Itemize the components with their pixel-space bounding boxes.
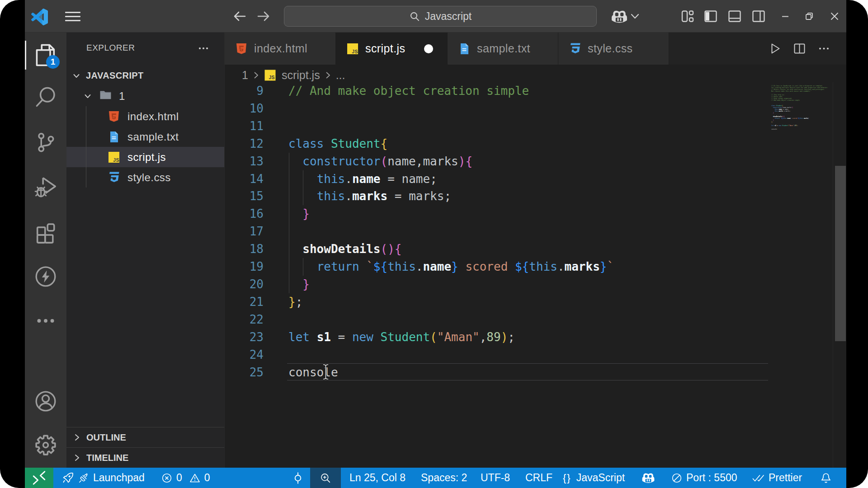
editor-actions [769, 33, 830, 65]
js-file-icon: JS [108, 151, 120, 164]
tree-indent-guide [86, 106, 86, 188]
run-button-icon[interactable] [769, 42, 782, 55]
tab-style.css[interactable]: style.css [558, 33, 669, 65]
encoding-item[interactable]: UTF-8 [481, 468, 510, 488]
more-actions-icon[interactable] [817, 42, 830, 55]
account-icon-item[interactable] [25, 388, 66, 415]
file-row-script.js[interactable]: JS script.js [66, 147, 224, 167]
editor-scrollbar[interactable] [835, 166, 846, 341]
html-file-icon [236, 42, 247, 55]
code-text[interactable]: // And make object creation simple class… [288, 82, 614, 381]
more-views-icon[interactable] [25, 307, 66, 334]
title-bar: Javascript [25, 0, 846, 33]
dirty-indicator[interactable] [424, 44, 433, 53]
settings-gear-item[interactable] [25, 432, 66, 459]
commit-icon [292, 472, 304, 484]
workspace-root-row[interactable]: JAVASCRIPT [66, 66, 224, 86]
html-file-icon [108, 110, 120, 123]
toggle-secondary-sidebar-icon[interactable] [752, 9, 765, 23]
file-row-style.css[interactable]: style.css [66, 167, 224, 188]
menu-icon[interactable] [65, 12, 80, 21]
language-label: JavaScript [576, 472, 625, 484]
command-center-search[interactable]: Javascript [284, 6, 597, 27]
js-file-icon: JS [347, 42, 359, 55]
account-icon [34, 390, 57, 413]
line-numbers: 9 10 11 12 13 14 15 16 17 18 19 20 21 22… [225, 82, 264, 381]
gear-icon [34, 434, 57, 456]
sidebar-item-thunder-client[interactable] [25, 263, 66, 290]
back-arrow-icon[interactable] [233, 9, 246, 23]
file-name: sample.txt [127, 131, 179, 143]
file-tree: JAVASCRIPT 1 index.html sample.txt JS sc… [66, 66, 224, 188]
breadcrumb[interactable]: 1 JS script.js ... [225, 65, 846, 82]
launchpad-status-item[interactable]: Launchpad [62, 468, 145, 488]
activity-bar: 1 [25, 33, 66, 468]
bell-icon [820, 472, 832, 484]
timeline-label: TIMELINE [86, 453, 128, 463]
sidebar-item-explorer[interactable]: 1 [25, 42, 66, 69]
language-mode-item[interactable]: {} JavaScript [563, 468, 625, 488]
tab-label: index.html [254, 42, 307, 55]
toggle-primary-sidebar-icon[interactable] [704, 9, 717, 23]
breadcrumb-symbol[interactable]: ... [336, 69, 345, 82]
file-row-sample.txt[interactable]: sample.txt [66, 127, 224, 147]
encoding-label: UTF-8 [481, 472, 510, 484]
problems-status-item[interactable]: 0 0 [161, 468, 210, 488]
copilot-icon[interactable] [611, 8, 628, 25]
explorer-actions-icon[interactable] [197, 42, 210, 55]
restore-icon[interactable] [803, 10, 816, 23]
indentation-item[interactable]: Spaces: 2 [421, 468, 467, 488]
breadcrumb-file[interactable]: script.js [282, 69, 320, 82]
sidebar-item-run-debug[interactable] [25, 174, 66, 201]
file-row-index.html[interactable]: index.html [66, 106, 224, 127]
error-count: 0 [176, 472, 182, 484]
commit-status-icon[interactable] [292, 468, 304, 488]
split-editor-icon[interactable] [793, 42, 806, 55]
rocket-icon [62, 472, 74, 484]
sidebar-item-search[interactable] [25, 84, 66, 111]
sidebar-item-source-control[interactable] [25, 129, 66, 156]
tab-index.html[interactable]: index.html [225, 33, 336, 65]
close-icon[interactable] [828, 10, 841, 23]
minimap-separator [833, 82, 833, 468]
minimize-icon[interactable] [779, 10, 792, 23]
tab-label: style.css [588, 42, 632, 55]
remote-indicator[interactable] [25, 468, 53, 488]
search-icon [409, 11, 420, 22]
zoom-status-item[interactable] [310, 468, 341, 488]
ellipsis-icon [34, 310, 57, 332]
cursor-position-item[interactable]: Ln 25, Col 8 [349, 468, 406, 488]
js-file-icon: JS [264, 69, 276, 81]
minimap[interactable]: // A class in JavaScript is just like a … [769, 82, 833, 468]
port-label: Port : 5500 [686, 472, 737, 484]
folder-icon [99, 90, 112, 100]
timeline-section[interactable]: TIMELINE [66, 447, 224, 468]
outline-section[interactable]: OUTLINE [66, 427, 224, 447]
notifications-item[interactable] [820, 468, 832, 488]
extensions-icon [34, 221, 57, 244]
chevron-right-icon [73, 454, 81, 462]
tab-label: sample.txt [477, 42, 530, 55]
copilot-status-item[interactable] [642, 468, 655, 488]
breadcrumb-folder[interactable]: 1 [242, 69, 248, 82]
chevron-down-icon[interactable] [631, 13, 639, 20]
txt-file-icon [458, 42, 470, 55]
prettier-status-item[interactable]: Prettier [752, 468, 802, 488]
folder-row[interactable]: 1 [66, 86, 224, 106]
eol-item[interactable]: CRLF [525, 468, 552, 488]
customize-layout-icon[interactable] [681, 9, 694, 23]
explorer-sidebar: EXPLORER JAVASCRIPT 1 index.html sample.… [66, 33, 225, 468]
toggle-panel-icon[interactable] [728, 9, 741, 23]
tab-sample.txt[interactable]: sample.txt [448, 33, 558, 65]
code-area[interactable]: 9 10 11 12 13 14 15 16 17 18 19 20 21 22… [225, 82, 846, 468]
port-status-item[interactable]: Port : 5500 [671, 468, 737, 488]
outline-label: OUTLINE [86, 432, 126, 443]
tab-script.js[interactable]: JS script.js [336, 33, 448, 65]
double-check-icon [752, 473, 764, 483]
warning-icon [189, 473, 200, 483]
css-file-icon [108, 171, 120, 184]
file-name: style.css [127, 171, 171, 184]
forward-arrow-icon[interactable] [257, 9, 270, 23]
explorer-badge: 1 [46, 55, 60, 69]
sidebar-item-extensions[interactable] [25, 219, 66, 246]
